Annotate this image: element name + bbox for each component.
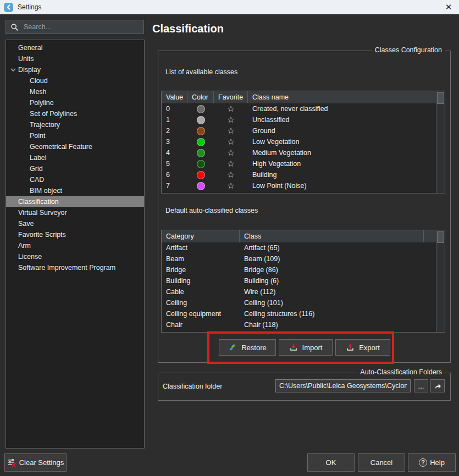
tree-item-classification[interactable]: Classification <box>6 196 144 207</box>
tree-item-trajectory[interactable]: Trajectory <box>6 119 144 130</box>
tree-item-label[interactable]: Label <box>6 152 144 163</box>
favorite-star-icon[interactable]: ☆ <box>214 136 248 147</box>
auto-class-row[interactable]: BridgeBridge (86) <box>162 264 445 275</box>
column-header-class-name[interactable]: Class name <box>248 91 437 103</box>
tree-item-label: Units <box>18 55 34 63</box>
auto-class-row[interactable]: BuildingBuilding (6) <box>162 275 445 286</box>
tree-item-display[interactable]: Display <box>6 64 144 75</box>
auto-table-scrollbar[interactable] <box>436 230 445 332</box>
tree-item-cloud[interactable]: Cloud <box>6 75 144 86</box>
class-name: Unclassified <box>248 114 437 125</box>
class-value <box>162 191 187 193</box>
tree-item-units[interactable]: Units <box>6 53 144 64</box>
scrollbar-thumb[interactable] <box>437 92 444 104</box>
class-cell: Building (6) <box>240 275 424 286</box>
class-color-swatch[interactable] <box>187 103 214 114</box>
cancel-button[interactable]: Cancel <box>358 453 405 472</box>
auto-class-row[interactable]: BeamBeam (109) <box>162 253 445 264</box>
category-cell: Ceiling equipment <box>162 308 240 319</box>
open-folder-button[interactable] <box>430 379 445 392</box>
class-row[interactable]: 6☆Building <box>162 169 445 180</box>
favorite-star-icon[interactable]: ☆ <box>214 191 248 193</box>
tree-item-set-of-polylines[interactable]: Set of Polylines <box>6 108 144 119</box>
browse-button[interactable]: ... <box>414 379 428 392</box>
class-color-swatch[interactable] <box>187 147 214 158</box>
favorite-star-icon[interactable]: ☆ <box>214 125 248 136</box>
favorite-star-icon[interactable]: ☆ <box>214 158 248 169</box>
class-row[interactable]: 5☆High Vegetation <box>162 158 445 169</box>
class-row[interactable]: 7☆Low Point (Noise) <box>162 180 445 191</box>
auto-class-row[interactable]: CeilingCeiling (101) <box>162 297 445 308</box>
classes-table-scrollbar[interactable] <box>436 91 445 193</box>
class-value: 2 <box>162 125 187 136</box>
class-color-swatch[interactable] <box>187 191 214 193</box>
favorite-star-icon[interactable]: ☆ <box>214 103 248 114</box>
favorite-star-icon[interactable]: ☆ <box>214 180 248 191</box>
auto-class-row[interactable]: CableWire (112) <box>162 286 445 297</box>
clear-settings-button[interactable]: Clear Settings <box>4 453 67 472</box>
tree-item-label: Display <box>18 66 41 74</box>
class-color-swatch[interactable] <box>187 114 214 125</box>
class-row[interactable]: 3☆Low Vegetation <box>162 136 445 147</box>
auto-class-row[interactable]: ChairChair (118) <box>162 319 445 330</box>
import-button[interactable]: Import <box>279 339 333 356</box>
tree-item-point[interactable]: Point <box>6 130 144 141</box>
tree-item-geometrical-feature[interactable]: Geometrical Feature <box>6 141 144 152</box>
favorite-star-icon[interactable]: ☆ <box>214 147 248 158</box>
column-header-spacer <box>424 230 437 242</box>
class-row[interactable]: 2☆Ground <box>162 125 445 136</box>
column-header-value[interactable]: Value <box>162 91 187 103</box>
class-row[interactable]: 4☆Medium Vegetation <box>162 147 445 158</box>
class-cell: Chair (118) <box>240 319 424 330</box>
tree-item-arm[interactable]: Arm <box>6 240 144 251</box>
tree-item-cad[interactable]: CAD <box>6 174 144 185</box>
close-button[interactable]: ✕ <box>443 2 454 13</box>
browse-label: ... <box>418 382 424 390</box>
class-value: 4 <box>162 147 187 158</box>
chevron-down-icon[interactable] <box>9 66 17 74</box>
app-icon <box>4 3 13 12</box>
class-row[interactable]: 0☆Created, never classified <box>162 103 445 114</box>
restore-button[interactable]: Restore <box>219 339 276 356</box>
tree-item-save[interactable]: Save <box>6 218 144 229</box>
class-color-swatch[interactable] <box>187 180 214 191</box>
auto-class-row[interactable]: Ceiling equipmentCeiling structures (116… <box>162 308 445 319</box>
auto-table-header: CategoryClass <box>162 230 445 242</box>
export-button[interactable]: Export <box>335 339 390 356</box>
column-header-favorite[interactable]: Favorite <box>214 91 248 103</box>
import-label: Import <box>302 344 323 352</box>
column-header-color[interactable]: Color <box>187 91 214 103</box>
search-input[interactable]: Search... <box>5 20 144 34</box>
class-value: 7 <box>162 180 187 191</box>
class-color-swatch[interactable] <box>187 158 214 169</box>
tree-item-general[interactable]: General <box>6 42 144 53</box>
ok-label: OK <box>326 458 336 467</box>
column-header-category[interactable]: Category <box>162 230 240 242</box>
classification-folder-input[interactable] <box>275 379 411 392</box>
tree-item-polyline[interactable]: Polyline <box>6 97 144 108</box>
class-row-partial[interactable]: ☆ <box>162 191 445 193</box>
auto-class-row[interactable]: ArtifactArtifact (65) <box>162 242 445 253</box>
tree-item-grid[interactable]: Grid <box>6 163 144 174</box>
class-color-swatch[interactable] <box>187 169 214 180</box>
class-row[interactable]: 1☆Unclassified <box>162 114 445 125</box>
tree-item-license[interactable]: License <box>6 251 144 262</box>
class-color-swatch[interactable] <box>187 125 214 136</box>
tree-item-software-improvement-program[interactable]: Software Improvement Program <box>6 262 144 273</box>
tree-item-mesh[interactable]: Mesh <box>6 86 144 97</box>
settings-window: Settings ✕ Search... GeneralUnitsDisplay… <box>0 0 459 476</box>
class-color-swatch[interactable] <box>187 136 214 147</box>
window-title: Settings <box>18 3 41 11</box>
tree-item-bim-object[interactable]: BIM object <box>6 185 144 196</box>
tree-item-favorite-scripts[interactable]: Favorite Scripts <box>6 229 144 240</box>
help-icon: ? <box>419 458 427 467</box>
class-name: Created, never classified <box>248 103 437 114</box>
column-header-class[interactable]: Class <box>240 230 424 242</box>
ok-button[interactable]: OK <box>307 453 355 472</box>
tree-item-virtual-surveyor[interactable]: Virtual Surveyor <box>6 207 144 218</box>
favorite-star-icon[interactable]: ☆ <box>214 114 248 125</box>
available-classes-label: List of available classes <box>165 68 237 76</box>
help-button[interactable]: ? Help <box>408 453 456 472</box>
favorite-star-icon[interactable]: ☆ <box>214 169 248 180</box>
scrollbar-thumb[interactable] <box>437 231 444 243</box>
